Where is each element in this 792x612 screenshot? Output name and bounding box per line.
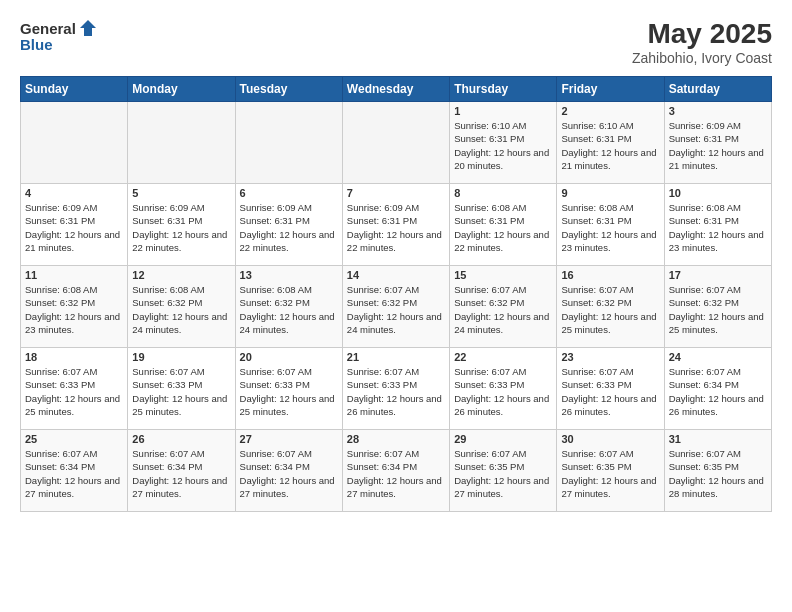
day-info: Sunrise: 6:07 AM Sunset: 6:35 PM Dayligh… bbox=[454, 447, 552, 500]
day-number: 25 bbox=[25, 433, 123, 445]
day-header-sunday: Sunday bbox=[21, 77, 128, 102]
day-number: 18 bbox=[25, 351, 123, 363]
day-info: Sunrise: 6:07 AM Sunset: 6:33 PM Dayligh… bbox=[240, 365, 338, 418]
day-cell: 13Sunrise: 6:08 AM Sunset: 6:32 PM Dayli… bbox=[235, 266, 342, 348]
day-info: Sunrise: 6:07 AM Sunset: 6:33 PM Dayligh… bbox=[25, 365, 123, 418]
day-cell: 15Sunrise: 6:07 AM Sunset: 6:32 PM Dayli… bbox=[450, 266, 557, 348]
day-info: Sunrise: 6:07 AM Sunset: 6:32 PM Dayligh… bbox=[561, 283, 659, 336]
day-number: 5 bbox=[132, 187, 230, 199]
week-row-3: 11Sunrise: 6:08 AM Sunset: 6:32 PM Dayli… bbox=[21, 266, 772, 348]
day-number: 23 bbox=[561, 351, 659, 363]
day-cell bbox=[21, 102, 128, 184]
day-header-tuesday: Tuesday bbox=[235, 77, 342, 102]
day-number: 31 bbox=[669, 433, 767, 445]
week-row-5: 25Sunrise: 6:07 AM Sunset: 6:34 PM Dayli… bbox=[21, 430, 772, 512]
day-cell: 10Sunrise: 6:08 AM Sunset: 6:31 PM Dayli… bbox=[664, 184, 771, 266]
day-header-thursday: Thursday bbox=[450, 77, 557, 102]
day-info: Sunrise: 6:07 AM Sunset: 6:35 PM Dayligh… bbox=[561, 447, 659, 500]
title-block: May 2025 Zahibohio, Ivory Coast bbox=[632, 18, 772, 66]
day-number: 2 bbox=[561, 105, 659, 117]
day-info: Sunrise: 6:08 AM Sunset: 6:31 PM Dayligh… bbox=[561, 201, 659, 254]
day-number: 24 bbox=[669, 351, 767, 363]
day-header-wednesday: Wednesday bbox=[342, 77, 449, 102]
day-info: Sunrise: 6:07 AM Sunset: 6:33 PM Dayligh… bbox=[561, 365, 659, 418]
logo: General Blue bbox=[20, 18, 98, 53]
week-row-2: 4Sunrise: 6:09 AM Sunset: 6:31 PM Daylig… bbox=[21, 184, 772, 266]
day-cell: 27Sunrise: 6:07 AM Sunset: 6:34 PM Dayli… bbox=[235, 430, 342, 512]
day-cell bbox=[128, 102, 235, 184]
day-info: Sunrise: 6:07 AM Sunset: 6:32 PM Dayligh… bbox=[669, 283, 767, 336]
day-info: Sunrise: 6:09 AM Sunset: 6:31 PM Dayligh… bbox=[347, 201, 445, 254]
svg-marker-0 bbox=[80, 20, 96, 36]
day-cell: 1Sunrise: 6:10 AM Sunset: 6:31 PM Daylig… bbox=[450, 102, 557, 184]
day-cell bbox=[235, 102, 342, 184]
day-cell: 22Sunrise: 6:07 AM Sunset: 6:33 PM Dayli… bbox=[450, 348, 557, 430]
day-number: 1 bbox=[454, 105, 552, 117]
day-cell: 14Sunrise: 6:07 AM Sunset: 6:32 PM Dayli… bbox=[342, 266, 449, 348]
day-cell: 21Sunrise: 6:07 AM Sunset: 6:33 PM Dayli… bbox=[342, 348, 449, 430]
day-number: 27 bbox=[240, 433, 338, 445]
day-number: 6 bbox=[240, 187, 338, 199]
day-number: 15 bbox=[454, 269, 552, 281]
day-header-saturday: Saturday bbox=[664, 77, 771, 102]
day-number: 12 bbox=[132, 269, 230, 281]
day-cell: 6Sunrise: 6:09 AM Sunset: 6:31 PM Daylig… bbox=[235, 184, 342, 266]
day-number: 28 bbox=[347, 433, 445, 445]
day-number: 30 bbox=[561, 433, 659, 445]
calendar-title: May 2025 bbox=[632, 18, 772, 50]
day-cell: 7Sunrise: 6:09 AM Sunset: 6:31 PM Daylig… bbox=[342, 184, 449, 266]
day-info: Sunrise: 6:09 AM Sunset: 6:31 PM Dayligh… bbox=[132, 201, 230, 254]
day-info: Sunrise: 6:08 AM Sunset: 6:31 PM Dayligh… bbox=[669, 201, 767, 254]
logo-icon bbox=[78, 18, 98, 38]
day-info: Sunrise: 6:07 AM Sunset: 6:32 PM Dayligh… bbox=[347, 283, 445, 336]
day-info: Sunrise: 6:07 AM Sunset: 6:33 PM Dayligh… bbox=[454, 365, 552, 418]
day-cell bbox=[342, 102, 449, 184]
day-cell: 17Sunrise: 6:07 AM Sunset: 6:32 PM Dayli… bbox=[664, 266, 771, 348]
day-info: Sunrise: 6:07 AM Sunset: 6:34 PM Dayligh… bbox=[669, 365, 767, 418]
day-header-monday: Monday bbox=[128, 77, 235, 102]
logo-general: General bbox=[20, 20, 76, 37]
day-number: 21 bbox=[347, 351, 445, 363]
day-number: 29 bbox=[454, 433, 552, 445]
calendar-header: SundayMondayTuesdayWednesdayThursdayFrid… bbox=[21, 77, 772, 102]
day-cell: 18Sunrise: 6:07 AM Sunset: 6:33 PM Dayli… bbox=[21, 348, 128, 430]
day-cell: 24Sunrise: 6:07 AM Sunset: 6:34 PM Dayli… bbox=[664, 348, 771, 430]
header: General Blue May 2025 Zahibohio, Ivory C… bbox=[20, 18, 772, 66]
day-cell: 19Sunrise: 6:07 AM Sunset: 6:33 PM Dayli… bbox=[128, 348, 235, 430]
day-info: Sunrise: 6:09 AM Sunset: 6:31 PM Dayligh… bbox=[25, 201, 123, 254]
day-info: Sunrise: 6:07 AM Sunset: 6:32 PM Dayligh… bbox=[454, 283, 552, 336]
day-number: 4 bbox=[25, 187, 123, 199]
day-cell: 2Sunrise: 6:10 AM Sunset: 6:31 PM Daylig… bbox=[557, 102, 664, 184]
week-row-1: 1Sunrise: 6:10 AM Sunset: 6:31 PM Daylig… bbox=[21, 102, 772, 184]
day-number: 13 bbox=[240, 269, 338, 281]
day-number: 10 bbox=[669, 187, 767, 199]
day-info: Sunrise: 6:08 AM Sunset: 6:32 PM Dayligh… bbox=[240, 283, 338, 336]
day-cell: 9Sunrise: 6:08 AM Sunset: 6:31 PM Daylig… bbox=[557, 184, 664, 266]
page: General Blue May 2025 Zahibohio, Ivory C… bbox=[0, 0, 792, 612]
day-cell: 5Sunrise: 6:09 AM Sunset: 6:31 PM Daylig… bbox=[128, 184, 235, 266]
day-number: 19 bbox=[132, 351, 230, 363]
calendar-subtitle: Zahibohio, Ivory Coast bbox=[632, 50, 772, 66]
day-info: Sunrise: 6:09 AM Sunset: 6:31 PM Dayligh… bbox=[240, 201, 338, 254]
day-number: 3 bbox=[669, 105, 767, 117]
day-cell: 20Sunrise: 6:07 AM Sunset: 6:33 PM Dayli… bbox=[235, 348, 342, 430]
day-cell: 26Sunrise: 6:07 AM Sunset: 6:34 PM Dayli… bbox=[128, 430, 235, 512]
day-number: 9 bbox=[561, 187, 659, 199]
day-info: Sunrise: 6:07 AM Sunset: 6:34 PM Dayligh… bbox=[25, 447, 123, 500]
day-header-friday: Friday bbox=[557, 77, 664, 102]
day-number: 8 bbox=[454, 187, 552, 199]
calendar-table: SundayMondayTuesdayWednesdayThursdayFrid… bbox=[20, 76, 772, 512]
day-cell: 4Sunrise: 6:09 AM Sunset: 6:31 PM Daylig… bbox=[21, 184, 128, 266]
day-number: 14 bbox=[347, 269, 445, 281]
logo-blue: Blue bbox=[20, 36, 53, 53]
day-info: Sunrise: 6:07 AM Sunset: 6:34 PM Dayligh… bbox=[347, 447, 445, 500]
calendar-body: 1Sunrise: 6:10 AM Sunset: 6:31 PM Daylig… bbox=[21, 102, 772, 512]
day-info: Sunrise: 6:08 AM Sunset: 6:31 PM Dayligh… bbox=[454, 201, 552, 254]
day-cell: 30Sunrise: 6:07 AM Sunset: 6:35 PM Dayli… bbox=[557, 430, 664, 512]
day-number: 17 bbox=[669, 269, 767, 281]
day-cell: 3Sunrise: 6:09 AM Sunset: 6:31 PM Daylig… bbox=[664, 102, 771, 184]
day-number: 16 bbox=[561, 269, 659, 281]
day-info: Sunrise: 6:10 AM Sunset: 6:31 PM Dayligh… bbox=[561, 119, 659, 172]
day-info: Sunrise: 6:07 AM Sunset: 6:34 PM Dayligh… bbox=[240, 447, 338, 500]
day-info: Sunrise: 6:08 AM Sunset: 6:32 PM Dayligh… bbox=[25, 283, 123, 336]
